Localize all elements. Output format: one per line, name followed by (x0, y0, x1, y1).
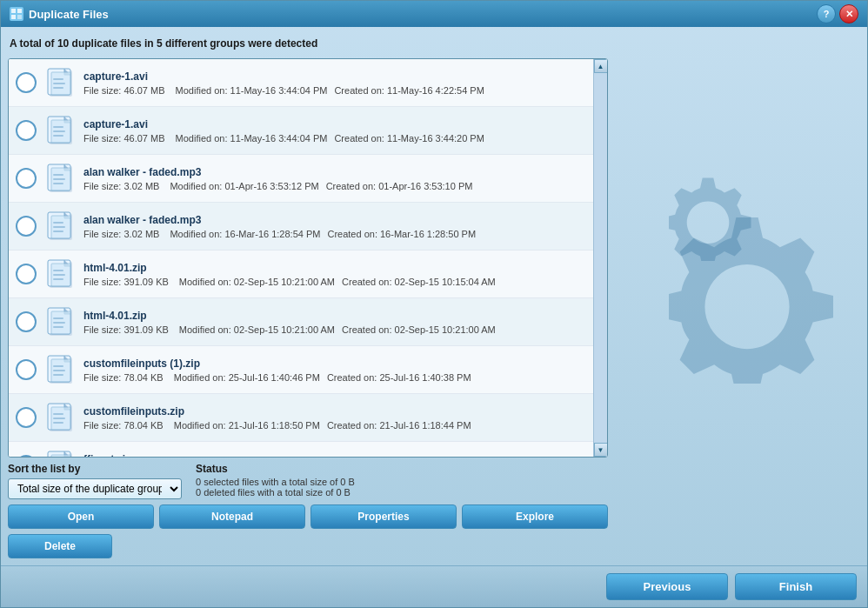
notepad-button[interactable]: Notepad (159, 504, 305, 529)
file-details: capture-1.aviFile size: 46.07 MBModified… (83, 118, 600, 144)
svg-rect-44 (53, 322, 65, 324)
small-gear-icon (669, 174, 756, 261)
svg-rect-63 (51, 455, 70, 457)
gear-decoration (615, 34, 860, 558)
file-list-container: capture-1.aviFile size: 46.07 MBModified… (8, 58, 608, 458)
delete-button[interactable]: Delete (8, 534, 112, 558)
help-button[interactable]: ? (817, 4, 836, 23)
file-list-scroll[interactable]: capture-1.aviFile size: 46.07 MBModified… (9, 59, 607, 457)
file-details: html-4.01.zipFile size: 391.09 KBModifie… (83, 262, 600, 287)
status-selected: 0 selected files with a total size of 0 … (196, 477, 608, 487)
file-created: Created on: 01-Apr-16 3:53:10 PM (326, 181, 473, 191)
file-checkbox[interactable] (16, 359, 37, 380)
status-group: Status 0 selected files with a total siz… (196, 463, 608, 498)
svg-rect-52 (53, 374, 63, 376)
file-modified: Modified on: 01-Apr-16 3:53:12 PM (170, 181, 318, 191)
file-checkbox[interactable] (16, 168, 37, 189)
summary-text: A total of 10 duplicate files in 5 diffe… (8, 34, 608, 53)
file-name: capture-1.avi (83, 118, 600, 130)
file-icon (43, 257, 77, 291)
svg-rect-58 (53, 418, 65, 419)
file-name: html-4.01.zip (83, 262, 600, 274)
bottom-bar: Previous Finish (1, 565, 867, 607)
file-checkbox[interactable] (16, 455, 37, 457)
window-title: Duplicate Files (29, 8, 109, 21)
svg-rect-36 (53, 270, 63, 271)
open-button[interactable]: Open (8, 504, 154, 529)
status-label: Status (196, 463, 608, 475)
file-meta: File size: 46.07 MBModified on: 11-May-1… (83, 85, 600, 96)
svg-rect-8 (53, 78, 63, 80)
svg-rect-37 (53, 274, 65, 276)
file-details: alan walker - faded.mp3File size: 3.02 M… (83, 214, 600, 239)
list-item: html-4.01.zipFile size: 391.09 KBModifie… (9, 251, 607, 298)
file-created: Created on: 25-Jul-16 1:40:38 PM (327, 372, 471, 383)
sort-label: Sort the list by (8, 463, 182, 475)
file-size: File size: 78.04 KB (83, 372, 164, 383)
file-icon (43, 162, 77, 195)
finish-button[interactable]: Finish (735, 573, 857, 600)
file-created: Created on: 21-Jul-16 1:18:44 PM (327, 420, 471, 431)
file-name: alan walker - faded.mp3 (83, 166, 600, 178)
file-created: Created on: 11-May-16 4:22:54 PM (334, 85, 484, 96)
file-created: Created on: 02-Sep-15 10:15:04 AM (342, 277, 496, 287)
file-modified: Modified on: 11-May-16 3:44:04 PM (176, 133, 328, 144)
file-meta: File size: 3.02 MBModified on: 01-Apr-16… (83, 181, 600, 191)
file-size: File size: 46.07 MB (83, 133, 165, 144)
file-name: customfileinputs.zip (83, 405, 600, 418)
file-checkbox[interactable] (16, 407, 37, 428)
right-panel (615, 34, 860, 558)
svg-rect-59 (53, 422, 63, 424)
file-meta: File size: 78.04 KBModified on: 21-Jul-1… (83, 420, 600, 431)
scroll-up-button[interactable]: ▲ (594, 59, 608, 73)
list-item: capture-1.aviFile size: 46.07 MBModified… (9, 107, 607, 155)
file-modified: Modified on: 25-Jul-16 1:40:46 PM (174, 372, 320, 383)
sort-status-row: Sort the list by Total size of the dupli… (8, 463, 608, 499)
previous-button[interactable]: Previous (606, 573, 728, 600)
svg-rect-29 (53, 222, 63, 224)
file-meta: File size: 391.09 KBModified on: 02-Sep-… (83, 324, 600, 335)
file-checkbox[interactable] (16, 311, 37, 332)
svg-rect-45 (53, 326, 63, 328)
svg-rect-3 (17, 15, 22, 19)
svg-rect-38 (53, 278, 63, 280)
scroll-down-button[interactable]: ▼ (594, 443, 608, 457)
explore-button[interactable]: Explore (462, 504, 608, 529)
status-deleted: 0 deleted files with a total size of 0 B (196, 487, 608, 498)
title-buttons: ? ✕ (817, 4, 858, 23)
scroll-track (594, 73, 608, 443)
file-meta: File size: 3.02 MBModified on: 16-Mar-16… (83, 229, 600, 239)
svg-rect-31 (53, 231, 63, 232)
svg-rect-17 (53, 135, 63, 137)
file-checkbox[interactable] (16, 72, 37, 93)
file-created: Created on: 02-Sep-15 10:21:00 AM (342, 324, 496, 335)
file-modified: Modified on: 16-Mar-16 1:28:54 PM (170, 229, 320, 239)
sort-group: Sort the list by Total size of the dupli… (8, 463, 182, 499)
list-item: ffjcext.zipFile size: 13.07 KBModified o… (9, 442, 607, 457)
svg-rect-9 (53, 83, 65, 84)
close-button[interactable]: ✕ (839, 4, 858, 23)
file-details: alan walker - faded.mp3File size: 3.02 M… (83, 166, 600, 191)
file-name: customfileinputs (1).zip (83, 357, 600, 370)
list-item: customfileinputs (1).zipFile size: 78.04… (9, 346, 607, 394)
file-size: File size: 78.04 KB (83, 420, 164, 431)
list-item: capture-1.aviFile size: 46.07 MBModified… (9, 59, 607, 107)
file-size: File size: 391.09 KB (83, 324, 169, 335)
file-checkbox[interactable] (16, 216, 37, 237)
list-item: customfileinputs.zipFile size: 78.04 KBM… (9, 394, 607, 442)
svg-rect-2 (11, 15, 16, 19)
svg-rect-10 (53, 87, 63, 89)
properties-button[interactable]: Properties (310, 504, 457, 529)
file-meta: File size: 78.04 KBModified on: 25-Jul-1… (83, 372, 600, 383)
file-meta: File size: 391.09 KBModified on: 02-Sep-… (83, 277, 600, 287)
file-details: html-4.01.zipFile size: 391.09 KBModifie… (83, 310, 600, 335)
window-icon (10, 7, 23, 21)
file-checkbox[interactable] (16, 264, 37, 284)
file-icon (43, 114, 77, 147)
list-item: alan walker - faded.mp3File size: 3.02 M… (9, 155, 607, 203)
file-size: File size: 3.02 MB (83, 229, 159, 239)
file-created: Created on: 11-May-16 3:44:20 PM (334, 133, 484, 144)
bottom-controls: Sort the list by Total size of the dupli… (8, 463, 608, 558)
file-checkbox[interactable] (16, 120, 37, 141)
sort-select[interactable]: Total size of the duplicate groupFile na… (8, 478, 182, 499)
